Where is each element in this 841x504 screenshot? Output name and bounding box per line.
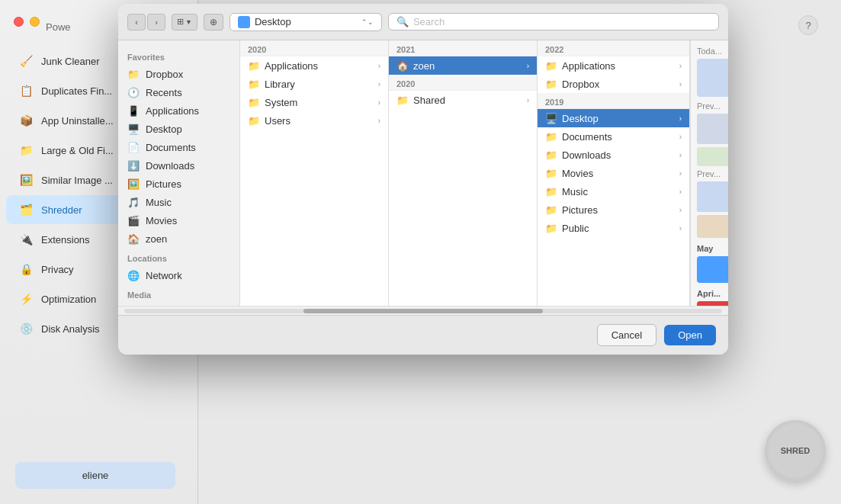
col-public-2022[interactable]: 📁 Public › bbox=[538, 219, 689, 237]
preview-panel: Toda... Prev... Prev... May Apri... bbox=[690, 40, 728, 306]
column-2022: 2022 📁 Applications › 📁 Dropbox › 2019 bbox=[538, 40, 690, 306]
preview-thumb-today bbox=[697, 59, 728, 97]
year-2022-header: 2022 bbox=[538, 40, 689, 56]
sidebar-dropbox[interactable]: 📁 Dropbox bbox=[118, 65, 239, 83]
desktop-folder-icon: 🖥️ bbox=[545, 112, 557, 124]
location-icon bbox=[238, 16, 250, 28]
folder-icon: 📁 bbox=[248, 59, 260, 72]
col-users-2020[interactable]: 📁 Users › bbox=[240, 111, 388, 130]
locations-label: Locations bbox=[118, 248, 239, 266]
movies-icon: 🎬 bbox=[127, 214, 140, 226]
col-applications-2022[interactable]: 📁 Applications › bbox=[538, 56, 689, 75]
sidebar-downloads[interactable]: ⬇️ Downloads bbox=[118, 156, 239, 175]
chevron-right-icon: › bbox=[679, 114, 682, 123]
media-label: Media bbox=[118, 284, 239, 303]
sidebar-network[interactable]: 🌐 Network bbox=[118, 266, 239, 284]
dropbox-icon: 📁 bbox=[127, 68, 140, 80]
duplicates-icon: 📋 bbox=[18, 83, 34, 98]
col-desktop-2022[interactable]: 🖥️ Desktop › bbox=[538, 109, 689, 127]
help-button[interactable]: ? bbox=[798, 15, 818, 35]
downloads-icon: ⬇️ bbox=[127, 159, 140, 172]
app-uninstaller-icon: 📦 bbox=[18, 113, 34, 128]
location-dropdown[interactable]: Desktop ⌃⌄ bbox=[230, 13, 382, 31]
col-pictures-2022[interactable]: 📁 Pictures › bbox=[538, 201, 689, 219]
column-2020: 2020 📁 Applications › 📁 Library › bbox=[240, 40, 389, 306]
network-icon: 🌐 bbox=[127, 269, 140, 281]
year-2020-sub-header: 2020 bbox=[389, 75, 537, 91]
may-label: May bbox=[697, 244, 728, 253]
junk-cleaner-icon: 🧹 bbox=[18, 53, 34, 69]
recents-icon: 🕐 bbox=[127, 86, 140, 98]
close-button[interactable] bbox=[14, 17, 24, 27]
dialog-sidebar: Favorites 📁 Dropbox 🕐 Recents 📱 Applicat… bbox=[118, 40, 240, 306]
dropdown-chevron-icon: ⌃⌄ bbox=[361, 18, 374, 26]
chevron-right-icon: › bbox=[378, 62, 380, 70]
file-dialog: ‹ › ⊞ ▼ ⊕ Desktop ⌃⌄ 🔍 Search Favorites bbox=[118, 4, 728, 355]
folder-icon: 📁 bbox=[396, 94, 409, 106]
chevron-right-icon: › bbox=[679, 206, 682, 214]
col-dropbox-2022[interactable]: 📁 Dropbox › bbox=[538, 75, 689, 93]
col-downloads-2022[interactable]: 📁 Downloads › bbox=[538, 146, 689, 164]
preview-thumb-may bbox=[697, 256, 728, 283]
sidebar-documents[interactable]: 📄 Documents bbox=[118, 138, 239, 156]
folder-icon: 📁 bbox=[545, 185, 557, 197]
folder-icon: 📁 bbox=[545, 130, 557, 143]
column-2021: 2021 🏠 zoen › 2020 📁 Shared › bbox=[389, 40, 538, 306]
sidebar-zoen[interactable]: 🏠 zoen bbox=[118, 230, 239, 248]
sidebar-pictures[interactable]: 🖼️ Pictures bbox=[118, 175, 239, 193]
desktop-icon: 🖥️ bbox=[127, 123, 140, 135]
pictures-icon: 🖼️ bbox=[127, 178, 140, 190]
chevron-right-icon: › bbox=[378, 98, 380, 107]
shred-button[interactable]: SHRED bbox=[765, 420, 826, 481]
sidebar-applications[interactable]: 📱 Applications bbox=[118, 101, 239, 120]
col-zoen-2021[interactable]: 🏠 zoen › bbox=[389, 56, 537, 75]
disk-analysis-icon: 💿 bbox=[18, 321, 34, 336]
chevron-right-icon: › bbox=[679, 133, 682, 141]
user-area[interactable]: eliene bbox=[15, 462, 175, 489]
chevron-right-icon: › bbox=[378, 80, 380, 88]
cancel-button[interactable]: Cancel bbox=[597, 324, 656, 346]
col-system-2020[interactable]: 📁 System › bbox=[240, 93, 388, 111]
back-button[interactable]: ‹ bbox=[127, 14, 146, 30]
chevron-right-icon: › bbox=[527, 62, 529, 70]
col-documents-2022[interactable]: 📁 Documents › bbox=[538, 127, 689, 146]
chevron-right-icon: › bbox=[679, 80, 682, 88]
scrollbar-area bbox=[118, 306, 728, 315]
preview-thumb-4 bbox=[697, 215, 728, 238]
search-bar[interactable]: 🔍 Search bbox=[388, 13, 719, 30]
sidebar-recents[interactable]: 🕐 Recents bbox=[118, 83, 239, 101]
chevron-right-icon: › bbox=[378, 117, 380, 125]
folder-icon: 📁 bbox=[248, 96, 260, 108]
documents-icon: 📄 bbox=[127, 141, 140, 153]
search-icon: 🔍 bbox=[396, 16, 409, 27]
chevron-right-icon: › bbox=[679, 151, 682, 159]
april-label: Apri... bbox=[697, 289, 728, 298]
home-icon: 🏠 bbox=[396, 59, 409, 72]
folder-icon: 📁 bbox=[248, 114, 260, 127]
new-folder-button[interactable]: ⊕ bbox=[204, 14, 223, 30]
col-applications-2020[interactable]: 📁 Applications › bbox=[240, 56, 388, 75]
minimize-button[interactable] bbox=[30, 17, 40, 27]
view-button[interactable]: ⊞ ▼ bbox=[172, 14, 197, 30]
open-button[interactable]: Open bbox=[664, 325, 716, 345]
col-library-2020[interactable]: 📁 Library › bbox=[240, 75, 388, 93]
preview-thumb-1 bbox=[697, 114, 728, 144]
scrollbar-thumb[interactable] bbox=[303, 309, 543, 313]
shredder-icon: 🗂️ bbox=[18, 202, 34, 217]
forward-button[interactable]: › bbox=[147, 14, 165, 30]
col-music-2022[interactable]: 📁 Music › bbox=[538, 182, 689, 201]
sidebar-movies[interactable]: 🎬 Movies bbox=[118, 211, 239, 230]
col-shared-2021[interactable]: 📁 Shared › bbox=[389, 91, 537, 109]
chevron-right-icon: › bbox=[679, 169, 682, 178]
scrollbar-track[interactable] bbox=[124, 309, 722, 313]
folder-icon: 📁 bbox=[545, 167, 557, 179]
year-2019-sub-header: 2019 bbox=[538, 93, 689, 109]
zoen-icon: 🏠 bbox=[127, 233, 140, 245]
sidebar-desktop[interactable]: 🖥️ Desktop bbox=[118, 120, 239, 138]
folder-icon: 📁 bbox=[545, 204, 557, 216]
dialog-content: Favorites 📁 Dropbox 🕐 Recents 📱 Applicat… bbox=[118, 40, 728, 306]
window-controls bbox=[14, 17, 40, 27]
sidebar-music[interactable]: 🎵 Music bbox=[118, 193, 239, 211]
col-movies-2022[interactable]: 📁 Movies › bbox=[538, 164, 689, 182]
year-2020-header: 2020 bbox=[240, 40, 388, 56]
